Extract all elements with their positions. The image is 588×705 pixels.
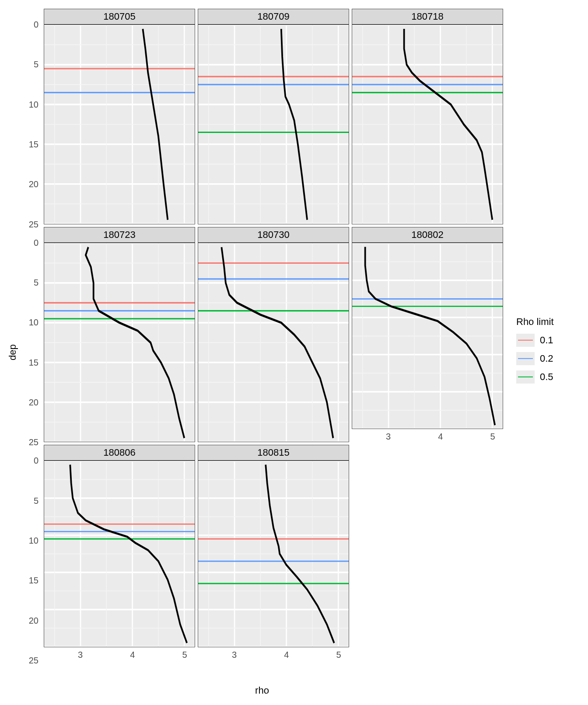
x-axis-title: rho (21, 683, 503, 696)
facet-180723: 180723 (44, 227, 195, 443)
panel (352, 24, 503, 224)
panel-svg (352, 243, 503, 429)
x-tick-label: 4 (438, 432, 443, 442)
legend-item: 0.1 (516, 334, 588, 347)
panel (198, 243, 349, 443)
panel-svg (44, 243, 195, 442)
legend-title: Rho limit (516, 316, 588, 328)
y-tick-label: 5 (34, 59, 38, 70)
x-tick-label: 3 (386, 432, 391, 442)
y-tick-label: 15 (29, 139, 38, 149)
y-tick-label: 15 (29, 576, 38, 586)
legend-key (516, 352, 535, 365)
panel-svg (198, 461, 349, 647)
y-tick-label: 10 (29, 318, 38, 328)
y-tick-label: 25 (29, 655, 38, 665)
panel-svg (198, 243, 349, 442)
panel (198, 24, 349, 224)
facet-180815: 180815 345 (198, 445, 349, 660)
facet-strip: 180730 (198, 227, 349, 243)
y-tick-label: 20 (29, 179, 38, 189)
x-tick-label: 3 (78, 650, 83, 660)
x-tick-label: 4 (284, 650, 289, 660)
x-axis-labels: 345 (44, 647, 195, 660)
legend-item: 0.2 (516, 352, 588, 365)
x-tick-label: 3 (232, 650, 237, 660)
facet-strip: 180723 (44, 227, 195, 243)
legend-key (516, 334, 535, 347)
x-tick-label: 5 (490, 432, 495, 442)
facet-180802: 180802 345 (352, 227, 503, 443)
y-tick-label: 0 (34, 456, 38, 466)
y-tick-label: 0 (34, 20, 38, 30)
y-axis-labels: 0510152025 (21, 445, 41, 660)
chart-container: dep 0510152025180705 180709 180718 05101… (0, 0, 588, 705)
facet-strip: 180806 (44, 445, 195, 461)
facet-strip: 180718 (352, 9, 503, 24)
y-tick-label: 10 (29, 99, 38, 109)
y-tick-label: 20 (29, 615, 38, 625)
x-tick-label: 4 (130, 650, 135, 660)
facet-180718: 180718 (352, 9, 503, 224)
legend-label: 0.2 (540, 353, 553, 364)
y-tick-label: 5 (34, 496, 38, 506)
x-axis-labels: 345 (198, 647, 349, 660)
legend-label: 0.5 (540, 371, 553, 383)
x-tick-label: 5 (336, 650, 341, 660)
panel-svg (44, 461, 195, 647)
facet-strip: 180709 (198, 9, 349, 24)
y-axis-labels: 0510152025 (21, 9, 41, 224)
facet-grid: 0510152025180705 180709 180718 051015202… (21, 9, 503, 683)
y-axis-title: dep (4, 9, 21, 696)
y-tick-label: 10 (29, 535, 38, 545)
plot-area: dep 0510152025180705 180709 180718 05101… (4, 9, 503, 696)
facet-180806: 180806 345 (44, 445, 195, 660)
panel (44, 461, 195, 647)
x-axis-labels: 345 (352, 429, 503, 442)
facet-180709: 180709 (198, 9, 349, 224)
y-tick-label: 15 (29, 357, 38, 367)
y-tick-label: 5 (34, 277, 38, 287)
facet-strip: 180802 (352, 227, 503, 243)
legend-key (516, 370, 535, 384)
panel-svg (198, 25, 349, 224)
x-tick-label: 5 (182, 650, 187, 660)
panel (44, 24, 195, 224)
facet-180705: 180705 (44, 9, 195, 224)
panel-svg (44, 25, 195, 224)
y-tick-label: 0 (34, 237, 38, 248)
facet-strip: 180815 (198, 445, 349, 461)
y-tick-label: 20 (29, 397, 38, 407)
facet-strip: 180705 (44, 9, 195, 24)
panel (198, 461, 349, 647)
y-axis-labels: 0510152025 (21, 227, 41, 443)
panel-svg (352, 25, 503, 224)
panel (352, 243, 503, 429)
legend: Rho limit 0.1 0.2 0.5 (503, 316, 588, 389)
panel (44, 243, 195, 443)
facet-180730: 180730 (198, 227, 349, 443)
legend-item: 0.5 (516, 370, 588, 384)
legend-label: 0.1 (540, 335, 553, 346)
